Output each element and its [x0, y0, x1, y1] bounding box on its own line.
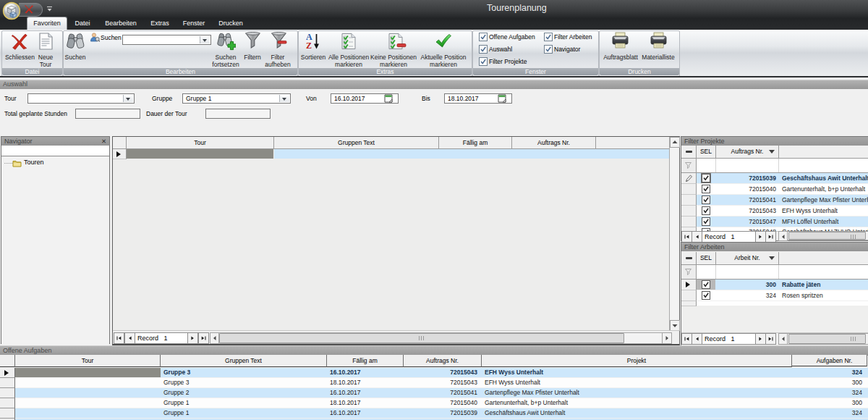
svg-text:Z: Z — [306, 41, 312, 50]
